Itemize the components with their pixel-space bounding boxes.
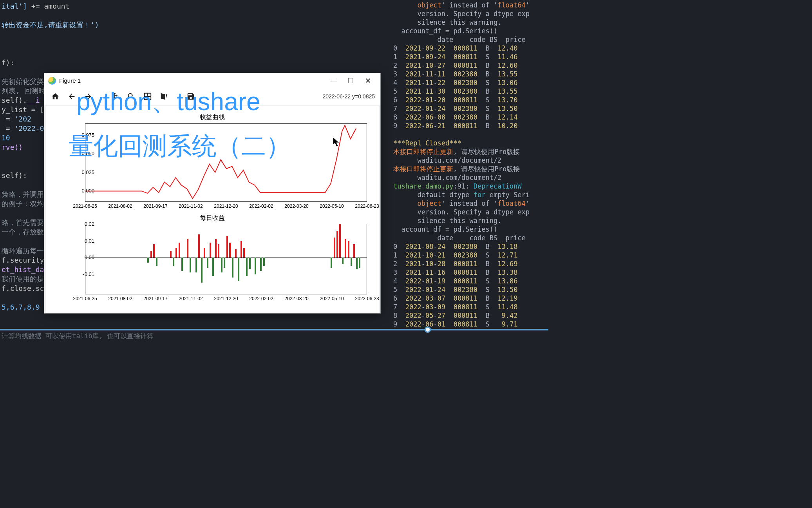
repl-closed: ***Repl Closed*** (393, 139, 461, 147)
table-row: 7 2022-01-24 002380 S 13.50 (393, 104, 547, 113)
bar (353, 244, 355, 258)
bar (255, 258, 256, 274)
back-icon[interactable] (66, 91, 77, 102)
bar (243, 248, 245, 258)
table-row: 4 2021-11-22 002380 S 13.06 (393, 78, 547, 87)
chart1 (85, 123, 367, 202)
figure-toolbar: 2022-06-22 y=0.0825 (44, 88, 380, 105)
close-button[interactable]: ✕ (359, 75, 376, 87)
table-row: 6 2022-03-07 000811 B 12.19 (393, 294, 547, 303)
table-row: 4 2022-01-19 000811 S 13.86 (393, 277, 547, 285)
matplotlib-icon (48, 77, 56, 85)
bottom-comment: 计算均线数据 可以使用talib库, 也可以直接计算 (2, 332, 154, 341)
table-header: date code BS price (393, 234, 547, 242)
xtick-label: 2022-05-10 (320, 203, 344, 209)
home-icon[interactable] (50, 91, 61, 102)
bar (175, 248, 177, 258)
xtick-label: 2021-12-20 (214, 296, 238, 301)
code-text: ital'] (2, 2, 27, 10)
xtick-label: 2021-08-02 (108, 296, 132, 301)
bar (201, 258, 203, 283)
bar (359, 258, 360, 268)
forward-icon[interactable] (83, 91, 94, 102)
table-row: 9 2022-06-21 000811 B 10.20 (393, 122, 547, 130)
table-row: 3 2021-11-16 000811 B 13.38 (393, 268, 547, 277)
bar (190, 258, 191, 272)
table-row: 3 2021-11-11 002380 B 13.55 (393, 70, 547, 78)
xtick-label: 2021-11-02 (179, 296, 203, 301)
bar (331, 258, 332, 268)
bar (173, 258, 174, 266)
table-row: 1 2021-09-24 000811 S 11.46 (393, 53, 547, 61)
maximize-button[interactable]: ☐ (342, 75, 359, 87)
xtick-label: 2022-06-23 (355, 203, 379, 209)
bar (179, 243, 180, 258)
table-row: 7 2022-03-09 000811 S 11.48 (393, 303, 547, 311)
edit-icon[interactable] (159, 91, 170, 102)
cursor-coords: 2022-06-22 y=0.0825 (323, 93, 375, 100)
bar (342, 258, 344, 264)
bar (221, 258, 222, 272)
bar (181, 258, 183, 271)
ytick-label: 0.025 (81, 169, 94, 175)
bar (215, 239, 217, 258)
table-row: 0 2021-09-22 000811 B 12.40 (393, 44, 547, 53)
xtick-label: 2021-08-02 (108, 203, 132, 209)
xtick-label: 2022-05-10 (320, 296, 344, 301)
bar (153, 244, 155, 258)
table-row: 9 2022-06-01 000811 S 9.71 (393, 320, 547, 328)
bar (218, 244, 219, 258)
table-row: 8 2022-05-27 000811 B 9.42 (393, 311, 547, 320)
zoom-icon[interactable] (126, 91, 137, 102)
bar (336, 231, 338, 258)
ytick-label: 0.075 (81, 132, 94, 138)
bar (150, 251, 152, 258)
ytick-label: -0.01 (83, 271, 94, 277)
ytick-label: 0.01 (85, 238, 94, 243)
bar (187, 239, 188, 258)
save-icon[interactable] (185, 91, 196, 102)
table-row: 8 2022-06-08 002380 B 12.14 (393, 113, 547, 122)
xtick-label: 2021-09-17 (143, 203, 167, 209)
xtick-label: 2022-03-20 (284, 203, 308, 209)
bar (238, 258, 239, 281)
bar (334, 238, 335, 258)
bar (260, 258, 262, 271)
plot-area[interactable]: 收益曲线 0.0000.0250.0500.075 2021-06-252021… (46, 106, 379, 313)
pan-icon[interactable] (109, 91, 120, 102)
bar (198, 234, 200, 258)
xtick-label: 2022-03-20 (284, 296, 308, 301)
table-row: 0 2021-08-24 002380 B 13.18 (393, 242, 547, 251)
xtick-label: 2022-02-02 (249, 203, 273, 209)
ytick-label: 0.000 (81, 188, 94, 194)
xtick-label: 2021-06-25 (73, 203, 97, 209)
ytick-label: 0.050 (81, 151, 94, 156)
bar (210, 243, 211, 258)
bar (229, 243, 231, 258)
subplots-icon[interactable] (142, 91, 153, 102)
terminal-output[interactable]: object' instead of 'float64' version. Sp… (392, 0, 548, 343)
ytick-label: 0.00 (85, 254, 94, 260)
bar (232, 258, 233, 278)
bar (235, 249, 237, 258)
xtick-label: 2022-02-02 (249, 296, 273, 301)
ytick-label: 0.02 (85, 221, 94, 227)
table-header: date code BS price (393, 35, 547, 44)
table-row: 5 2022-01-24 002380 S 13.50 (393, 285, 547, 294)
bar (348, 241, 349, 258)
chart1-title: 收益曲线 (46, 113, 379, 122)
video-progress-bar[interactable] (0, 329, 548, 330)
bar (351, 258, 352, 266)
bar (241, 241, 242, 258)
xtick-label: 2021-09-17 (143, 296, 167, 301)
bar (170, 251, 172, 258)
bar (226, 236, 228, 258)
minimize-button[interactable]: — (325, 75, 342, 87)
bar (339, 224, 341, 258)
window-titlebar[interactable]: Figure 1 — ☐ ✕ (44, 73, 380, 88)
figure-window[interactable]: Figure 1 — ☐ ✕ 2022-06-22 y=0.0825 收益曲线 … (44, 73, 381, 314)
xtick-label: 2021-11-02 (179, 203, 203, 209)
mouse-cursor-icon (333, 137, 341, 149)
bar (246, 258, 248, 276)
video-progress-handle[interactable] (425, 327, 431, 333)
